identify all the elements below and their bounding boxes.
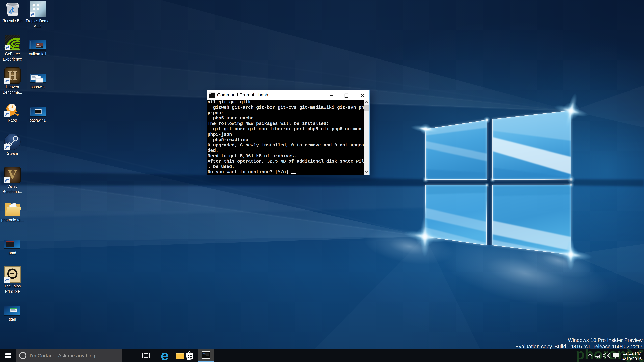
svg-text:C:\: C:\: [202, 353, 205, 354]
svg-text:C:\: C:\: [210, 94, 214, 97]
